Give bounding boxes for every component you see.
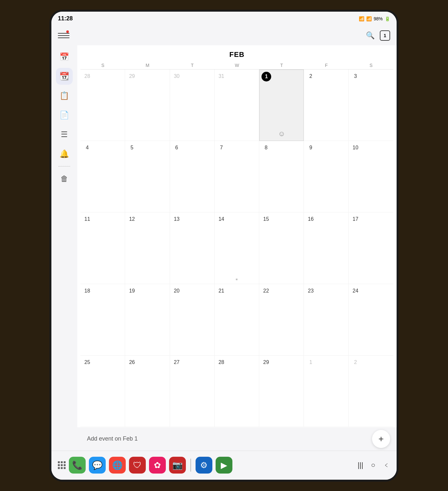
cal-cell-feb23[interactable]: 23 bbox=[304, 284, 348, 356]
nav-home-icon[interactable]: ○ bbox=[371, 461, 375, 469]
sidebar-item-year-view[interactable]: 📅 bbox=[56, 48, 73, 65]
cal-cell-feb2[interactable]: 2 bbox=[304, 69, 348, 141]
day-header-thu: T bbox=[259, 61, 304, 69]
cal-date: 19 bbox=[127, 286, 137, 296]
nav-recents-icon[interactable]: ||| bbox=[358, 461, 363, 469]
day-header-sat: S bbox=[349, 61, 393, 69]
cal-cell-feb12[interactable]: 12 bbox=[125, 212, 170, 284]
cal-date: 4 bbox=[82, 143, 92, 153]
app-bar-actions: 🔍 1 bbox=[364, 30, 390, 41]
sidebar-item-list-view[interactable]: ☰ bbox=[56, 126, 73, 143]
cal-cell-feb28[interactable]: 28 bbox=[215, 356, 259, 427]
cal-cell-feb27[interactable]: 27 bbox=[170, 356, 215, 427]
cal-cell-feb21[interactable]: 21 bbox=[215, 284, 259, 356]
cal-cell-feb6[interactable]: 6 bbox=[170, 141, 215, 212]
cal-date: 7 bbox=[217, 143, 226, 153]
cal-date: 18 bbox=[82, 286, 92, 296]
day-headers: S M T W T F S bbox=[77, 61, 397, 69]
cal-cell-feb14[interactable]: 14 ✳ bbox=[215, 212, 259, 284]
cal-cell-feb29[interactable]: 29 bbox=[259, 356, 304, 427]
cal-date: 21 bbox=[217, 286, 226, 296]
cal-cell-feb20[interactable]: 20 bbox=[170, 284, 215, 356]
cal-cell-jan28[interactable]: 28 bbox=[80, 69, 125, 141]
cal-cell-feb22[interactable]: 22 bbox=[259, 284, 304, 356]
status-icons: 📶 📶 98% 🔋 bbox=[359, 16, 390, 21]
cal-cell-mar1[interactable]: 1 bbox=[304, 356, 348, 427]
status-bar: 11:28 📶 📶 98% 🔋 bbox=[51, 12, 397, 26]
app-drawer-button[interactable] bbox=[58, 461, 66, 469]
cal-date: 2 bbox=[306, 71, 315, 81]
cal-cell-feb25[interactable]: 25 bbox=[80, 356, 125, 427]
sidebar-item-reminder[interactable]: 🔔 bbox=[56, 145, 73, 162]
month-header: FEB bbox=[77, 45, 397, 61]
menu-button[interactable] bbox=[58, 30, 69, 41]
device-frame: 11:28 📶 📶 98% 🔋 🔍 1 📅 📆 📋 📄 ☰ 🔔 bbox=[49, 10, 399, 482]
cal-cell-feb26[interactable]: 26 bbox=[125, 356, 170, 427]
cal-cell-feb8[interactable]: 8 bbox=[259, 141, 304, 212]
cal-cell-feb11[interactable]: 11 bbox=[80, 212, 125, 284]
battery-text: 98% bbox=[374, 16, 383, 21]
cal-cell-jan29[interactable]: 29 bbox=[125, 69, 170, 141]
app-bar: 🔍 1 bbox=[51, 26, 397, 45]
cal-date: 1 bbox=[306, 358, 315, 367]
dock-app-messages[interactable]: 💬 bbox=[89, 457, 106, 474]
day-header-mon: M bbox=[125, 61, 170, 69]
cal-cell-feb18[interactable]: 18 bbox=[80, 284, 125, 356]
search-button[interactable]: 🔍 bbox=[364, 30, 376, 41]
sidebar-item-trash[interactable]: 🗑 bbox=[56, 170, 73, 187]
add-event-fab[interactable]: + bbox=[372, 430, 390, 448]
dock-app-chrome[interactable]: 🌐 bbox=[109, 457, 126, 474]
cal-cell-feb3[interactable]: 3 bbox=[349, 69, 393, 141]
cal-cell-feb17[interactable]: 17 bbox=[349, 212, 393, 284]
smiley-icon: ☺ bbox=[278, 130, 285, 138]
cal-cell-feb10[interactable]: 10 bbox=[349, 141, 393, 212]
cal-cell-mar2[interactable]: 2 bbox=[349, 356, 393, 427]
sidebar-item-week-view[interactable]: 📋 bbox=[56, 87, 73, 104]
notification-badge[interactable]: 1 bbox=[380, 30, 390, 41]
cal-cell-feb9[interactable]: 9 bbox=[304, 141, 348, 212]
cal-date: 12 bbox=[127, 214, 137, 224]
cal-cell-feb24[interactable]: 24 bbox=[349, 284, 393, 356]
dock-divider bbox=[190, 459, 191, 472]
cal-date: 29 bbox=[261, 358, 271, 367]
cal-date: 20 bbox=[172, 286, 182, 296]
sidebar-item-day-view[interactable]: 📄 bbox=[56, 107, 73, 123]
cal-date: 25 bbox=[82, 358, 92, 367]
cal-date: 28 bbox=[82, 71, 92, 81]
cal-cell-feb15[interactable]: 15 bbox=[259, 212, 304, 284]
sidebar-item-month-view[interactable]: 📆 bbox=[56, 68, 73, 85]
cal-date: 8 bbox=[261, 143, 271, 153]
dock-app-play[interactable]: ▶ bbox=[216, 457, 232, 474]
dock-app-settings[interactable]: ⚙ bbox=[196, 457, 212, 474]
cal-cell-jan30[interactable]: 30 bbox=[170, 69, 215, 141]
cal-cell-feb16[interactable]: 16 bbox=[304, 212, 348, 284]
cal-date: 17 bbox=[351, 214, 360, 224]
nav-back-icon[interactable]: ﹤ bbox=[383, 460, 390, 470]
cal-date: 11 bbox=[82, 214, 92, 224]
cal-date: 10 bbox=[351, 143, 360, 153]
cal-cell-jan31[interactable]: 31 bbox=[215, 69, 259, 141]
cal-date: 23 bbox=[306, 286, 315, 296]
battery-icon: 🔋 bbox=[385, 16, 390, 21]
cal-date: 22 bbox=[261, 286, 271, 296]
dock-app-phone[interactable]: 📞 bbox=[69, 457, 86, 474]
cal-date: 27 bbox=[172, 358, 182, 367]
cal-cell-feb4[interactable]: 4 bbox=[80, 141, 125, 212]
cal-date: 26 bbox=[127, 358, 137, 367]
cal-date: 2 bbox=[351, 358, 360, 367]
dock-app-camera[interactable]: 📷 bbox=[169, 457, 186, 474]
cal-cell-feb5[interactable]: 5 bbox=[125, 141, 170, 212]
dock-app-shield[interactable]: 🛡 bbox=[129, 457, 146, 474]
cal-date: 9 bbox=[306, 143, 315, 153]
cal-cell-feb19[interactable]: 19 bbox=[125, 284, 170, 356]
cal-cell-feb13[interactable]: 13 bbox=[170, 212, 215, 284]
cal-cell-feb1[interactable]: 1 ☺ bbox=[259, 69, 304, 141]
sidebar: 📅 📆 📋 📄 ☰ 🔔 🗑 bbox=[51, 45, 77, 451]
event-dot: ✳ bbox=[235, 278, 238, 281]
cal-cell-feb7[interactable]: 7 bbox=[215, 141, 259, 212]
cal-date: 3 bbox=[351, 71, 360, 81]
dock-app-flower[interactable]: ✿ bbox=[149, 457, 166, 474]
cal-date-today: 1 bbox=[261, 72, 271, 81]
wifi-icon: 📶 bbox=[359, 16, 364, 21]
add-event-text: Add event on Feb 1 bbox=[87, 435, 138, 442]
